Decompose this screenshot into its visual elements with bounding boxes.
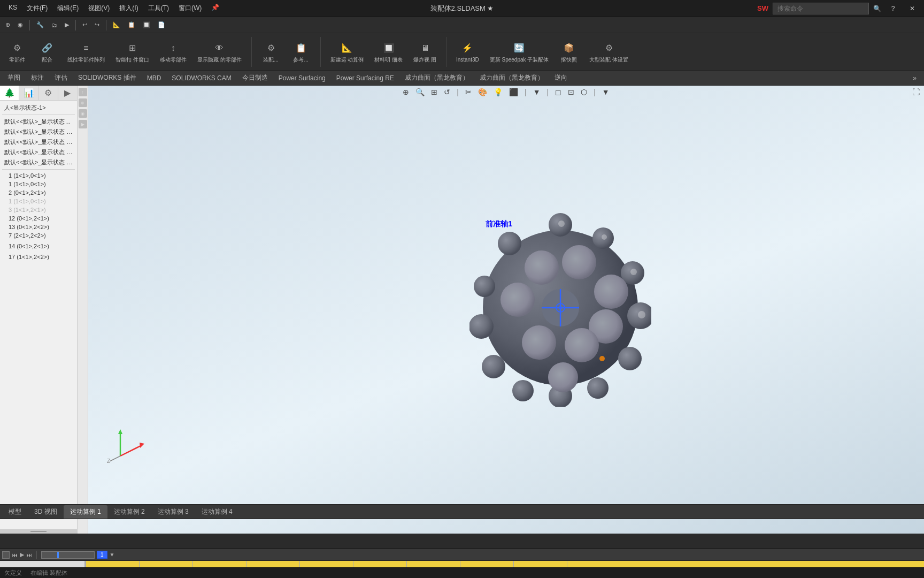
ltb-btn4[interactable]: ▶ [79,120,87,128]
tb2-reference[interactable]: 📋 参考... [288,39,314,65]
sidebar-item-21[interactable]: 17 (1<1>,2<2>) [2,253,75,261]
vtb-lights[interactable]: 💡 [491,87,505,97]
vtb-view-more[interactable]: ▼ [531,87,543,97]
menu-insert[interactable]: 插入(I) [115,2,142,15]
sidebar-tab-config[interactable]: ⚙ [39,86,58,100]
question-icon[interactable]: ? [886,1,900,16]
sidebar-item-5[interactable]: 默认<<默认>_显示状态 1> [2,127,75,137]
vtb-fullscreen[interactable]: ⛶ [910,87,922,97]
timeline-play-btn[interactable]: ▶ [20,551,24,558]
sidebar-item-17[interactable]: 7 (2<1>,2<2>) [2,231,75,240]
sidebar-item-13[interactable]: 1 (1<1>,0<1>) [2,197,75,206]
tb2-move-part[interactable]: ↕ 移动零部件 [157,39,190,65]
btab-motion3[interactable]: 运动算例 3 [151,505,195,519]
tab-power-surfacing[interactable]: Power Surfacing [273,72,331,84]
btab-motion4[interactable]: 运动算例 4 [195,505,239,519]
sidebar-tab-props[interactable]: 📊 [19,86,38,100]
tb1-btn1[interactable]: ⊕ [2,20,13,29]
sidebar-item-0[interactable]: 人<显示状态-1> [2,103,75,113]
sidebar-tab-tree[interactable]: 🌲 [0,86,19,100]
tb1-btn6[interactable]: ↩ [79,20,90,29]
vtb-rotate[interactable]: ↺ [442,87,452,97]
tb2-explode[interactable]: 🖥 爆炸视 图 [410,39,440,65]
tb2-smart-fastener[interactable]: ⊞ 智能扣 件窗口 [112,39,152,65]
vtb-zoom2[interactable]: ⊞ [429,87,440,97]
tb1-btn3[interactable]: 🔧 [33,20,47,29]
btab-3dview[interactable]: 3D 视图 [28,505,64,519]
sidebar-item-7[interactable]: 默认<<默认>_显示状态 1> [2,147,75,157]
tab-evaluate[interactable]: 评估 [49,71,73,85]
tb2-assembly[interactable]: ⚙ 装配... [258,39,284,65]
sidebar-item-12[interactable]: 2 (0<1>,2<1>) [2,188,75,197]
menu-pin[interactable]: 📌 [207,2,224,15]
tb1-btn4[interactable]: 🗂 [48,21,60,29]
vtb-display[interactable]: 🎨 [476,87,489,97]
timeline-stop-btn[interactable] [2,551,10,559]
sidebar-item-15[interactable]: 12 (0<1>,2<1>) [2,214,75,223]
viewport[interactable]: ⊕ 🔍 ⊞ ↺ | ✂ 🎨 💡 ⬛ | ▼ | ◻ ⊡ ⬡ | ▼ ⛶ 前准轴1 [88,86,924,534]
tb2-mate[interactable]: 🔗 配合 [34,39,60,65]
btab-motion1[interactable]: 运动算例 1 [64,505,107,519]
tb2-large-assembly[interactable]: ⚙ 大型装配 体设置 [586,39,632,65]
tb2-parts[interactable]: ⚙ 零部件 [4,39,30,65]
tab-power-surfacing-re[interactable]: Power Surfacing RE [331,72,399,84]
tb2-update-speedpak[interactable]: 🔄 更新 Speedpak 子装配体 [487,39,552,65]
btab-motion2[interactable]: 运动算例 2 [107,505,151,519]
tb1-btn10[interactable]: 🔲 [140,20,153,29]
tab-today-mfg[interactable]: 今日制造 [237,71,273,85]
sidebar-item-11[interactable]: 1 (1<1>,0<1>) [2,180,75,188]
menu-view[interactable]: 视图(V) [84,2,114,15]
tab-sw-plugins[interactable]: SOLIDWORKS 插件 [73,71,142,85]
timeline-prev-btn[interactable]: ⏮ [12,552,18,558]
tb1-btn2[interactable]: ◉ [14,20,26,29]
sidebar-item-6[interactable]: 默认<<默认>_显示状态 1> [2,137,75,147]
ltb-btn3[interactable]: ◉ [79,109,87,118]
tb1-btn5[interactable]: ▶ [61,20,72,29]
search-icon[interactable]: 🔍 [873,5,881,12]
vtb-zoom[interactable]: 🔍 [413,87,427,97]
tb2-linear-pattern[interactable]: ≡ 线性零部件阵列 [64,39,108,65]
vtb-snap[interactable]: ⊡ [566,87,576,97]
tb2-new-motion[interactable]: 📐 新建运 动算例 [327,39,367,65]
tb2-instant3d[interactable]: ⚡ Instant3D [453,39,482,65]
tab-mbd[interactable]: MBD [142,72,167,84]
tb1-btn8[interactable]: 📐 [110,20,124,29]
tab-sketch[interactable]: 草图 [2,71,26,85]
timeline-next-btn[interactable]: ⏭ [26,552,32,558]
tab-annotation[interactable]: 标注 [26,71,49,85]
sidebar-item-19[interactable]: 14 (0<1>,2<1>) [2,242,75,250]
btab-model[interactable]: 模型 [2,505,28,519]
vtb-orient[interactable]: ⊕ [401,87,411,97]
sidebar-resize-handle[interactable] [0,529,77,534]
tb2-bom[interactable]: 🔲 材料明 细表 [371,39,406,65]
vtb-more[interactable]: ▼ [600,87,612,97]
sidebar-item-4[interactable]: 默认<<默认>_显示状态-1> [2,117,75,127]
ltb-btn1[interactable]: ↑ [79,88,87,96]
sidebar-item-16[interactable]: 13 (0<1>,2<2>) [2,223,75,231]
sidebar-item-8[interactable]: 默认<<默认>_显示状态 1> [2,157,75,168]
tab-power-curve2[interactable]: 威力曲面（黑龙教育） [474,71,549,85]
timeline-speed[interactable]: ▼ [110,552,115,558]
tb2-snapshot[interactable]: 📦 抠快照 [556,39,582,65]
vtb-appearance[interactable]: ⬛ [507,87,520,97]
tb1-btn11[interactable]: 📄 [155,20,168,29]
tab-reverse[interactable]: 逆向 [549,71,573,85]
sidebar-item-14[interactable]: 3 (1<1>,2<1>) [2,206,75,214]
close-icon[interactable]: ✕ [905,1,920,16]
menu-tools[interactable]: 工具(T) [144,2,173,15]
tb1-btn7[interactable]: ↪ [91,20,103,29]
search-input[interactable] [773,3,869,14]
menu-file[interactable]: 文件(F) [22,2,52,15]
menu-window[interactable]: 窗口(W) [174,2,206,15]
timeline-scrubber[interactable] [41,551,95,559]
vtb-section[interactable]: ✂ [463,87,474,97]
tab-power-curve1[interactable]: 威力曲面（黑龙教育） [399,71,474,85]
tab-sw-cam[interactable]: SOLIDWORKS CAM [166,72,236,84]
tb1-btn9[interactable]: 📋 [125,20,138,29]
sidebar-item-10[interactable]: 1 (1<1>,0<1>) [2,171,75,180]
menu-edit[interactable]: 编辑(E) [53,2,83,15]
tab-expand[interactable]: » [907,72,922,84]
vtb-3d[interactable]: ⬡ [579,87,589,97]
vtb-hide[interactable]: ◻ [553,87,564,97]
menu-ks[interactable]: KS [4,2,21,15]
